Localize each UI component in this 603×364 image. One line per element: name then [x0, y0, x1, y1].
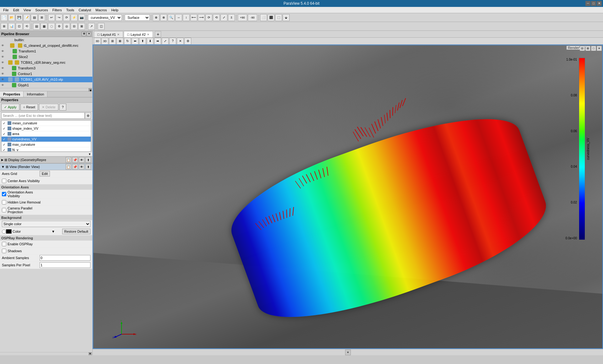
- rt-btn2[interactable]: ⊠: [117, 38, 123, 45]
- rt-btn7[interactable]: ➡: [154, 38, 161, 45]
- layout-tab-1[interactable]: □ Layout #1 ✕: [94, 31, 123, 37]
- display-section-bar[interactable]: ▶ ⊞ Display (GeometryRepre 📋 📌 👁 ⬆: [0, 156, 92, 163]
- camera-preset1[interactable]: ⬜: [260, 14, 267, 21]
- tb2-btn6[interactable]: ▦: [41, 23, 47, 30]
- help-button[interactable]: ?: [59, 104, 66, 111]
- menu-tools[interactable]: Tools: [64, 8, 76, 13]
- redo-button[interactable]: ↪: [56, 14, 62, 21]
- camera-x-pos[interactable]: +90: [238, 14, 247, 21]
- rt-btn5[interactable]: ⬆: [139, 38, 146, 45]
- btn10[interactable]: ⚡: [71, 14, 78, 21]
- view-copy-btn[interactable]: 📋: [66, 164, 71, 170]
- color-radio[interactable]: [2, 230, 6, 234]
- rt-btn11[interactable]: ⚙: [184, 38, 191, 45]
- maximize-button[interactable]: □: [591, 1, 596, 6]
- tb2-btn3[interactable]: ⊡: [16, 23, 23, 30]
- list-item[interactable]: 👁 Contour1: [0, 71, 92, 77]
- btn5[interactable]: ▤: [31, 14, 38, 21]
- list-item[interactable]: 👁 TCBIIt1_cER.binary_seg.mrc: [0, 60, 92, 65]
- list-item[interactable]: 👁 t1_cleaned_pt_cropped_dimifilt.mrc: [0, 43, 92, 48]
- restore-default-btn[interactable]: Restore Default: [62, 229, 90, 234]
- tb2-btn1[interactable]: ⊞: [1, 23, 8, 30]
- view-eye-btn[interactable]: 👁: [79, 164, 84, 170]
- list-item[interactable]: 👁 TCBIIt1_cER.AVV_rh10.vtp: [0, 77, 92, 82]
- list-item[interactable]: 👁 Transform1: [0, 48, 92, 54]
- camera-x-neg[interactable]: -90: [248, 14, 257, 21]
- color-select-arrow[interactable]: ▼: [52, 230, 55, 233]
- pipeline-settings-btn[interactable]: ⚙: [82, 32, 86, 36]
- status-scroll-btn[interactable]: ✕: [345, 350, 351, 355]
- array-dropdown[interactable]: curvedness_VV: [88, 14, 122, 21]
- delete-button[interactable]: ✕ Delete: [39, 104, 58, 111]
- hidden-line-checkbox[interactable]: [2, 200, 6, 204]
- view-paste-btn[interactable]: 📌: [72, 164, 78, 170]
- pipeline-scrollbar[interactable]: ▼: [0, 88, 92, 91]
- reset-button[interactable]: ○ Reset: [20, 104, 38, 111]
- rt-btn8[interactable]: ⤢: [162, 38, 169, 45]
- btn9[interactable]: ⟳: [63, 14, 70, 21]
- tb2-btn2[interactable]: 📊: [8, 23, 15, 30]
- rt-btn1[interactable]: ⊞: [109, 38, 116, 45]
- minimize-button[interactable]: ─: [585, 1, 590, 6]
- rt-btn6[interactable]: ⬇: [147, 38, 154, 45]
- undo-button[interactable]: ↩: [48, 14, 55, 21]
- rv-split-h-btn[interactable]: ⊟: [580, 46, 585, 51]
- zoom-btn[interactable]: 🔍: [168, 14, 175, 21]
- scroll-down-btn[interactable]: ▼: [89, 88, 92, 91]
- menu-macros[interactable]: Macros: [94, 8, 109, 13]
- rt-btn9[interactable]: ?: [169, 38, 176, 45]
- rv-close-btn[interactable]: ✕: [597, 46, 602, 51]
- view-up-btn[interactable]: ⬆: [85, 164, 91, 170]
- list-item[interactable]: ✓ max_curvature: [2, 142, 91, 147]
- camera-preset2[interactable]: ⬛: [268, 14, 274, 21]
- enable-ospray-checkbox[interactable]: [2, 242, 6, 246]
- tb2-btn7[interactable]: ◌: [48, 23, 55, 30]
- array-list-scroll[interactable]: ▼: [0, 152, 92, 156]
- view-section-bar[interactable]: ▼ ⊞ View (Render View) 📋 📌 👁 ⬆: [0, 163, 92, 170]
- camera-preset4[interactable]: ⬙: [283, 14, 290, 21]
- array-scroll-down[interactable]: ▼: [88, 153, 91, 156]
- tb2-btn9[interactable]: ◎: [63, 23, 70, 30]
- btn-interact2[interactable]: ↕: [183, 14, 190, 21]
- pipeline-close-btn[interactable]: ✕: [87, 32, 91, 36]
- tb2-btn8[interactable]: ⚙: [56, 23, 62, 30]
- tb2-btn4[interactable]: ⟲: [23, 23, 30, 30]
- camera-preset3[interactable]: ⬚: [275, 14, 282, 21]
- display-eye-btn[interactable]: 👁: [79, 157, 84, 163]
- add-layout-btn[interactable]: +: [155, 31, 161, 37]
- save-state-button[interactable]: 📝: [23, 14, 30, 21]
- close-button[interactable]: ✕: [597, 1, 602, 6]
- tab-information[interactable]: Information: [24, 91, 47, 97]
- tb2-btn11[interactable]: ⊠: [78, 23, 85, 30]
- select-btn[interactable]: ⊕: [153, 14, 160, 21]
- center-axes-checkbox[interactable]: [2, 179, 6, 183]
- list-item[interactable]: 👁 Slice2: [0, 54, 92, 60]
- display-paste-btn[interactable]: 📌: [72, 157, 78, 163]
- properties-search[interactable]: [1, 112, 85, 119]
- list-item[interactable]: ✓ shape_index_VV: [2, 126, 91, 131]
- select2-btn[interactable]: ⊗: [160, 14, 167, 21]
- rv-split-v-btn[interactable]: ⊞: [585, 46, 590, 51]
- rt-btn3[interactable]: ↻: [124, 38, 131, 45]
- save-button[interactable]: 💾: [16, 14, 23, 21]
- properties-scrollbar[interactable]: ▼: [0, 352, 92, 355]
- background-type-select[interactable]: Single color Gradient Image Skybox: [2, 221, 90, 227]
- menu-help[interactable]: Help: [109, 8, 120, 13]
- layout-tab-2-close[interactable]: ✕: [147, 33, 149, 36]
- new-button[interactable]: 📄: [1, 14, 8, 21]
- btn-interact5[interactable]: ⟳: [205, 14, 212, 21]
- btn-interact3[interactable]: ⟵: [190, 14, 197, 21]
- orientation-axes-visibility-checkbox[interactable]: [2, 192, 6, 196]
- list-item[interactable]: builtin:: [0, 37, 92, 43]
- list-item[interactable]: 👁 Transform3: [0, 65, 92, 71]
- menu-catalyst[interactable]: Catalyst: [77, 8, 93, 13]
- btn-interact4[interactable]: ⟶: [198, 14, 205, 21]
- layout-tab-1-close[interactable]: ✕: [117, 33, 120, 36]
- display-copy-btn[interactable]: 📋: [66, 157, 71, 163]
- rv-maximize-btn[interactable]: □: [591, 46, 596, 51]
- layout-tab-2[interactable]: □ Layout #2 ✕: [124, 31, 153, 37]
- rt-btn4[interactable]: ⬅: [132, 38, 139, 45]
- list-item[interactable]: ✓ N_v: [2, 147, 91, 152]
- shadows-checkbox[interactable]: [2, 249, 6, 253]
- btn-interact6[interactable]: ⟲: [213, 14, 220, 21]
